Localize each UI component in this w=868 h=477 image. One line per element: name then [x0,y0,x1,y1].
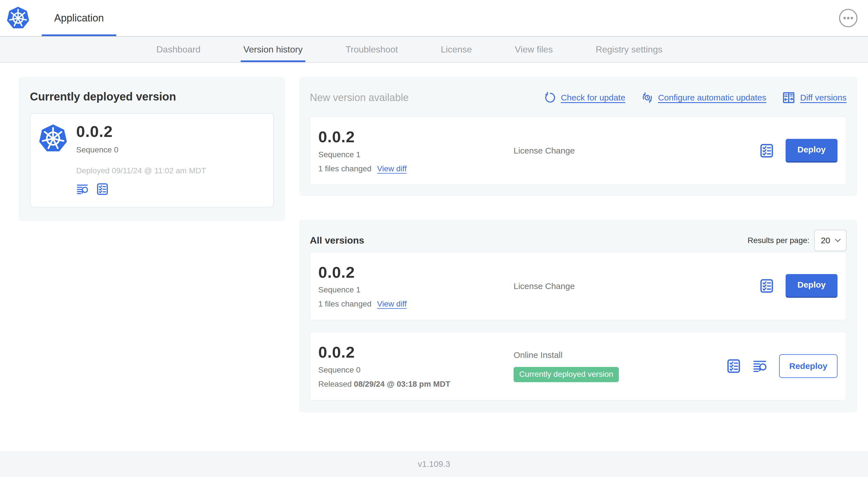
results-per-page: Results per page: 20 [747,230,846,251]
preflight-checks-button[interactable] [726,358,741,374]
release-notes-icon [76,183,89,196]
refresh-icon [544,91,556,104]
version-label: 0.0.2 [76,123,206,140]
version-info: 0.0.2 Sequence 1 1 files changed View di… [318,264,514,309]
current-version-info: 0.0.2 Sequence 0 Deployed 09/11/24 @ 11:… [76,123,206,196]
sequence-label: Sequence 0 [318,365,514,375]
version-info: 0.0.2 Sequence 1 1 files changed View di… [318,128,514,173]
files-changed-label: 1 files changed [318,164,371,173]
tab-troubleshoot[interactable]: Troubleshoot [343,37,401,62]
version-actions: Deploy [759,139,838,162]
current-version-heading: Currently deployed version [30,90,274,103]
app-title: Application [54,12,104,24]
deploy-button[interactable]: Deploy [785,139,838,162]
current-version-actions [76,183,206,196]
deploy-logs-button[interactable] [752,358,768,374]
version-actions: Deploy [759,274,838,298]
new-version-header: New version available Check for update [310,86,846,109]
files-changed-label: 1 files changed [318,299,371,308]
results-per-page-select[interactable]: 20 [814,230,846,251]
configure-automatic-updates-link[interactable]: Configure automatic updates [641,91,767,104]
version-label: 0.0.2 [318,344,514,361]
released-date: 08/29/24 @ 03:18 pm MDT [354,380,451,388]
tab-registry-settings[interactable]: Registry settings [593,37,665,62]
all-versions-header: All versions Results per page: 20 [310,229,846,252]
source-label: License Change [514,146,575,155]
files-changed-row: 1 files changed View diff [318,299,514,308]
diff-versions-link[interactable]: Diff versions [782,91,846,105]
check-for-update-label: Check for update [561,93,625,102]
check-for-update-link[interactable]: Check for update [544,91,625,104]
current-version-panel: Currently deployed version 0.0.2 Sequenc… [19,77,285,221]
new-version-heading: New version available [310,92,409,103]
app-footer: v1.109.3 [0,451,868,477]
diff-icon [782,91,796,105]
right-column: New version available Check for update [299,77,857,412]
preflight-checklist-icon [759,278,774,294]
current-version-card: 0.0.2 Sequence 0 Deployed 09/11/24 @ 11:… [30,113,274,207]
chevron-down-icon [835,239,841,242]
sequence-label: Sequence 1 [318,150,514,159]
configure-automatic-updates-label: Configure automatic updates [658,93,767,102]
release-notes-button[interactable] [76,183,89,196]
deployed-timestamp: Deployed 09/11/24 @ 11:02 am MDT [76,166,206,175]
preflight-checks-button[interactable] [759,143,774,158]
source-label: Online Install [514,350,562,360]
source-label: License Change [514,281,575,291]
app-header: Application [0,0,868,36]
redeploy-button[interactable]: Redeploy [779,354,838,378]
kubernetes-logo-icon [39,124,67,153]
app-subnav: Dashboard Version history Troubleshoot L… [0,36,868,63]
preflight-checklist-icon [759,143,774,158]
all-versions-heading: All versions [310,235,364,246]
new-version-panel: New version available Check for update [299,77,857,196]
app-tab[interactable]: Application [0,0,104,36]
preflight-checklist-icon [96,183,109,196]
files-changed-row: 1 files changed View diff [318,164,514,173]
tab-view-files[interactable]: View files [512,37,556,62]
sequence-label: Sequence 1 [318,285,514,294]
version-actions: Redeploy [726,354,838,378]
update-actions: Check for update Configure a [544,91,846,105]
app-tab-active-underline [42,34,116,36]
tab-version-history[interactable]: Version history [241,37,306,62]
deploy-button[interactable]: Deploy [785,274,838,298]
version-info: 0.0.2 Sequence 0 Released 08/29/24 @ 03:… [318,344,514,389]
released-prefix: Released [318,380,351,388]
tab-dashboard[interactable]: Dashboard [154,37,204,62]
diff-versions-label: Diff versions [800,93,846,102]
results-per-page-label: Results per page: [747,236,809,245]
version-label: 0.0.2 [318,128,514,146]
preflight-checklist-icon [726,358,741,374]
preflight-checks-button[interactable] [96,183,109,196]
version-row: 0.0.2 Sequence 1 1 files changed View di… [310,252,846,321]
all-versions-panel: All versions Results per page: 20 [299,219,857,412]
main-content: Currently deployed version 0.0.2 Sequenc… [0,63,868,412]
version-source: License Change [514,281,759,291]
version-source: License Change [514,145,759,156]
tab-license[interactable]: License [438,37,475,62]
deploy-logs-icon [752,358,768,374]
results-per-page-value: 20 [821,236,830,245]
kubernetes-logo-icon [7,7,29,29]
overflow-menu-button[interactable] [839,8,858,28]
view-diff-link[interactable]: View diff [377,299,407,308]
preflight-checks-button[interactable] [759,278,774,294]
console-version: v1.109.3 [417,459,450,469]
version-label: 0.0.2 [318,264,514,281]
clock-sync-icon [641,91,654,104]
sequence-label: Sequence 0 [76,145,206,154]
new-version-card: 0.0.2 Sequence 1 1 files changed View di… [310,116,846,185]
ellipsis-icon [839,8,858,28]
version-source: Online Install Currently deployed versio… [514,350,726,382]
version-row: 0.0.2 Sequence 0 Released 08/29/24 @ 03:… [310,332,846,400]
view-diff-link[interactable]: View diff [377,164,407,173]
currently-deployed-badge: Currently deployed version [514,367,619,382]
admin-console: Application Dashboard Version history Tr… [0,0,868,477]
released-timestamp: Released 08/29/24 @ 03:18 pm MDT [318,380,514,389]
